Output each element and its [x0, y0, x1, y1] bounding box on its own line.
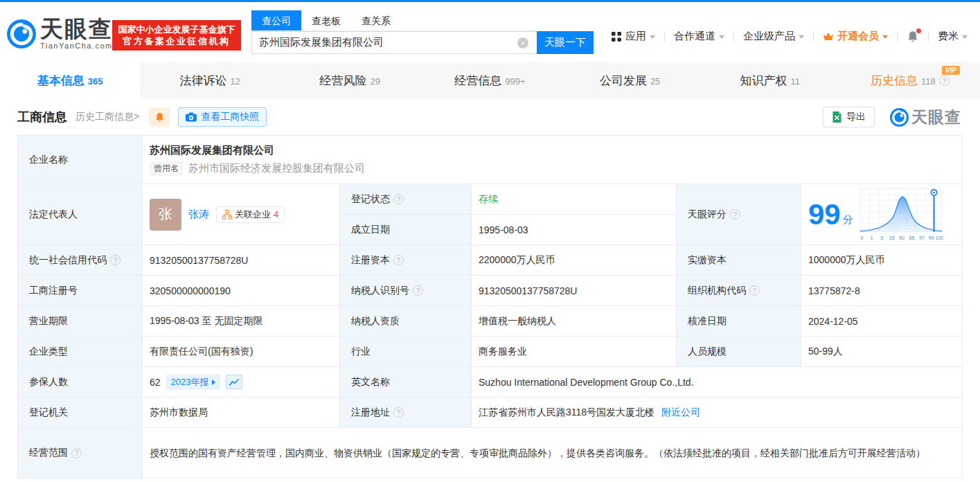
related-companies-count: 4: [274, 209, 278, 220]
svg-text:0: 0: [860, 235, 863, 241]
subscribe-bell-button[interactable]: [149, 107, 170, 127]
brand-watermark: 天眼查: [890, 107, 961, 128]
field-value-reg-authority: 苏州市数据局: [143, 398, 340, 428]
field-value-legal-rep: 张 张涛 关联企业 4: [143, 184, 340, 245]
tab-count: 11: [791, 76, 801, 87]
tab-history-info[interactable]: VIP 历史信息 118 ?: [840, 62, 980, 99]
gov-certification-badge: 国家中小企业发展子基金旗下 官方备案企业征信机构: [112, 20, 241, 51]
tab-operation-risk[interactable]: 经营风险 29: [280, 62, 420, 99]
chevron-down-icon: [650, 35, 655, 39]
logo-text-block: 天眼查 TianYanCha.com: [40, 17, 113, 50]
tianyancha-logo-icon: [7, 19, 36, 48]
tianyancha-logo[interactable]: 天眼查 TianYanCha.com: [7, 17, 113, 50]
nav-apps-label: 应用: [625, 30, 646, 43]
field-value-establish-date: 1995-08-03: [472, 215, 677, 245]
svg-text:97: 97: [919, 235, 925, 241]
legal-rep-avatar[interactable]: 张: [150, 199, 181, 231]
address-text: 江苏省苏州市人民路3118号国发大厦北楼: [479, 407, 654, 419]
nav-separator: [928, 32, 929, 42]
help-icon[interactable]: ?: [749, 285, 760, 296]
tab-intellectual-property[interactable]: 知识产权 11: [700, 62, 840, 99]
search-input[interactable]: [251, 31, 537, 54]
tab-company-development[interactable]: 公司发展 25: [560, 62, 700, 99]
search-button[interactable]: 天眼一下: [537, 31, 594, 54]
field-label-tianyan-score: 天眼评分 ?: [677, 184, 801, 245]
field-label-staff-size: 人员规模: [677, 337, 801, 367]
tab-label: 公司发展: [600, 73, 647, 89]
chevron-down-icon: [719, 35, 724, 39]
search-tab-boss[interactable]: 查老板: [301, 10, 351, 30]
svg-text:50: 50: [899, 235, 905, 241]
view-business-snapshot-button[interactable]: 查看工商快照: [178, 107, 267, 127]
table-row-reg-number: 工商注册号 320500000000190 纳税人识别号 ? 913205001…: [18, 276, 962, 306]
business-info-table: 企业名称 苏州国际发展集团有限公司 曾用名 苏州市国际经济发展控股集团有限公司 …: [17, 135, 963, 479]
field-label-establish-date: 成立日期: [340, 215, 472, 245]
tab-label: 基本信息: [37, 73, 84, 89]
field-label-paid-capital: 实缴资本: [677, 245, 801, 276]
search-block: 查公司 查老板 查关系 × 天眼一下: [251, 10, 594, 54]
nav-apps[interactable]: 应用: [612, 30, 655, 43]
history-business-info-link[interactable]: 历史工商信息>: [75, 111, 139, 123]
nav-username: 费米: [938, 30, 959, 43]
field-value-credit-code: 91320500137758728U: [143, 245, 340, 276]
search-tab-company[interactable]: 查公司: [251, 10, 301, 30]
field-label-company-type: 企业类型: [18, 337, 143, 367]
field-label-company-name: 企业名称: [18, 136, 143, 184]
tab-legal-litigation[interactable]: 法律诉讼 12: [140, 62, 280, 99]
legal-rep-name-link[interactable]: 张涛: [188, 208, 209, 221]
vip-badge: VIP: [942, 66, 960, 75]
nav-user-menu[interactable]: 费米: [938, 30, 968, 43]
header: 天眼查 TianYanCha.com 国家中小企业发展子基金旗下 官方备案企业征…: [0, 2, 980, 62]
score-unit: 分: [843, 213, 853, 226]
help-icon[interactable]: ?: [413, 285, 423, 296]
table-row-credit-code: 统一社会信用代码 ? 91320500137758728U 注册资本 ? 220…: [18, 245, 962, 276]
apps-grid-icon: [612, 32, 621, 42]
export-button[interactable]: 导出: [823, 107, 875, 127]
watermark-text: 天眼查: [911, 107, 961, 128]
field-label-legal-rep: 法定代表人: [18, 184, 143, 245]
field-label-reg-address: 注册地址 ?: [340, 398, 472, 428]
svg-text:100: 100: [936, 235, 943, 241]
registration-status-value: 存续: [479, 193, 498, 206]
tab-business-info[interactable]: 经营信息 999+: [420, 62, 560, 99]
help-icon[interactable]: ?: [939, 75, 950, 86]
nav-enterprise-products[interactable]: 企业级产品: [743, 30, 804, 43]
related-companies-badge[interactable]: 关联企业 4: [216, 206, 285, 223]
clear-search-icon[interactable]: ×: [517, 37, 528, 48]
chevron-down-icon: [882, 35, 888, 39]
section-bar: 工商信息 历史工商信息> 查看工商快照 导出: [17, 99, 963, 135]
search-tabs: 查公司 查老板 查关系: [251, 10, 537, 31]
search-row: × 天眼一下: [251, 31, 594, 54]
help-icon[interactable]: ?: [71, 448, 82, 458]
field-value-paid-capital: 1000000万人民币: [801, 245, 962, 276]
field-label-reg-capital: 注册资本 ?: [340, 245, 472, 276]
help-icon[interactable]: ?: [730, 209, 740, 220]
trend-line-icon: [229, 378, 240, 386]
nav-partner-channel[interactable]: 合作通道: [674, 30, 724, 43]
field-value-insured-count: 62 2023年报: [143, 367, 340, 398]
field-value-staff-size: 50-99人: [801, 337, 962, 367]
nav-open-membership[interactable]: 开通会员: [823, 30, 888, 43]
logo-name: 天眼查: [40, 17, 113, 41]
table-row-company-type: 企业类型 有限责任公司(国有独资) 行业 商务服务业 人员规模 50-99人: [18, 337, 962, 367]
nearby-companies-link[interactable]: 附近公司: [661, 407, 700, 419]
gov-badge-line2: 官方备案企业征信机构: [116, 35, 237, 47]
status-date-subgrid: 登记状态 ? 存续 成立日期 1995-08-03: [340, 184, 677, 245]
search-tab-relation[interactable]: 查关系: [351, 10, 401, 30]
insured-trend-chart-button[interactable]: [226, 375, 242, 389]
tab-label: 历史信息: [871, 73, 918, 89]
help-icon[interactable]: ?: [393, 194, 404, 204]
field-label-approval-date: 核准日期: [677, 306, 801, 337]
field-value-tianyan-score: 99 分: [801, 184, 962, 245]
help-icon[interactable]: ?: [393, 255, 404, 265]
help-icon[interactable]: ?: [393, 407, 404, 418]
tab-count: 25: [650, 76, 660, 87]
nav-separator: [897, 32, 898, 42]
field-label-reg-authority: 登记机关: [18, 398, 143, 428]
table-row-insured-count: 参保人数 62 2023年报 英文名称 Suzhou International…: [18, 367, 962, 398]
notifications-bell[interactable]: [907, 30, 919, 43]
help-icon[interactable]: ?: [110, 255, 121, 265]
annual-report-badge[interactable]: 2023年报: [166, 375, 220, 390]
snapshot-button-label: 查看工商快照: [201, 111, 259, 123]
tab-basic-info[interactable]: 基本信息 365: [0, 62, 140, 99]
